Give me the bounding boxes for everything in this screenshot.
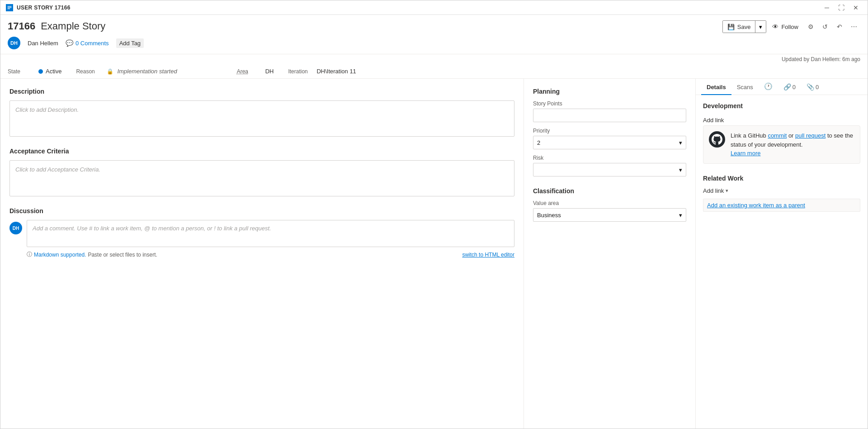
reason-field-group: Reason 🔒 Implementation started — [76, 68, 177, 75]
planning-section: Planning Story Points Priority 2 ▾ Risk … — [533, 88, 686, 176]
right-tabs: Details Scans 🕐 🔗 0 📎 0 — [696, 79, 868, 95]
undo-button[interactable]: ↶ — [833, 20, 846, 33]
related-add-link-button[interactable]: Add link ▾ — [703, 187, 860, 194]
header-meta: DH Dan Hellem 💬 0 Comments Add Tag — [8, 37, 144, 49]
comments-count: 0 Comments — [75, 40, 109, 47]
state-badge: Active — [38, 68, 61, 75]
tab-attachments[interactable]: 📎 0 — [801, 80, 824, 95]
svg-rect-3 — [8, 8, 10, 9]
tab-scans[interactable]: Scans — [731, 80, 759, 95]
state-field-group: State Active — [8, 68, 61, 75]
state-row: State Active Reason 🔒 Implementation sta… — [0, 64, 868, 79]
classification-title: Classification — [533, 187, 686, 195]
header: 17166 Example Story DH Dan Hellem 💬 0 Co… — [0, 15, 868, 54]
save-icon: 💾 — [727, 24, 735, 30]
add-link-label: Add link — [703, 117, 724, 124]
link-icon: 🔗 — [783, 83, 791, 91]
discussion-section: Discussion DH Add a comment. Use # to li… — [9, 207, 514, 258]
info-icon: ⓘ — [27, 251, 32, 258]
development-title: Development — [703, 102, 860, 110]
save-dropdown-button[interactable]: ▾ — [755, 21, 766, 33]
follow-button[interactable]: 👁 Follow — [768, 20, 802, 33]
markdown-link[interactable]: Markdown supported. — [34, 252, 86, 258]
related-work-section: Related Work Add link ▾ Add an existing … — [703, 175, 860, 212]
main-layout: Description Click to add Description. Ac… — [0, 79, 868, 429]
right-content: Development Add link Link a GitHub com — [696, 95, 868, 429]
value-area-value: Business — [537, 212, 561, 219]
iteration-value[interactable]: DH\Iteration 11 — [316, 68, 356, 75]
github-text-prefix: Link a GitHub — [731, 132, 768, 139]
author-avatar: DH — [8, 37, 20, 49]
tab-links[interactable]: 🔗 0 — [778, 80, 801, 95]
github-icon — [709, 131, 725, 158]
right-panel: Details Scans 🕐 🔗 0 📎 0 D — [696, 79, 868, 429]
more-actions-button[interactable]: ⋯ — [848, 20, 860, 33]
comment-footer: ⓘ Markdown supported. Paste or select fi… — [27, 251, 514, 258]
or-text: or — [787, 132, 795, 139]
description-input[interactable]: Click to add Description. — [9, 100, 514, 137]
area-label: Area — [237, 68, 262, 75]
comment-input-area: DH Add a comment. Use # to link a work i… — [9, 220, 514, 247]
comments-link[interactable]: 💬 0 Comments — [66, 39, 109, 47]
classification-section: Classification Value area Business ▾ — [533, 187, 686, 222]
acceptance-criteria-placeholder: Click to add Acceptance Criteria. — [15, 166, 100, 173]
maximize-button[interactable]: ⛶ — [835, 1, 848, 14]
reason-label: Reason — [76, 68, 103, 75]
add-link-chevron-icon: ▾ — [726, 188, 728, 194]
story-points-input[interactable] — [533, 109, 686, 122]
description-section: Description Click to add Description. — [9, 88, 514, 137]
description-placeholder: Click to add Description. — [15, 106, 79, 113]
updated-text: Updated by Dan Hellem: 6m ago — [782, 56, 860, 62]
story-title-row: 17166 Example Story — [8, 20, 144, 32]
save-button[interactable]: 💾 Save — [723, 21, 755, 33]
priority-select[interactable]: 2 ▾ — [533, 136, 686, 149]
value-area-label: Value area — [533, 200, 686, 206]
tab-details[interactable]: Details — [701, 80, 731, 95]
risk-select[interactable]: ▾ — [533, 163, 686, 176]
story-name[interactable]: Example Story — [41, 20, 105, 32]
risk-label: Risk — [533, 155, 686, 161]
user-story-icon — [6, 4, 13, 11]
reason-value: Implementation started — [117, 68, 177, 75]
svg-rect-2 — [8, 7, 12, 8]
related-add-link-label: Add link — [703, 187, 724, 194]
switch-editor-link[interactable]: switch to HTML editor — [462, 252, 514, 258]
tab-history[interactable]: 🕐 — [759, 79, 778, 95]
dev-add-link-button[interactable]: Add link — [703, 115, 860, 125]
planning-title: Planning — [533, 88, 686, 95]
author-initials: DH — [10, 40, 18, 46]
state-label: State — [8, 68, 35, 75]
github-card: Link a GitHub commit or pull request to … — [703, 125, 860, 164]
comment-avatar: DH — [9, 222, 22, 234]
risk-chevron: ▾ — [679, 167, 682, 173]
area-value[interactable]: DH — [265, 68, 274, 75]
github-text: Link a GitHub commit or pull request to … — [731, 131, 854, 158]
close-button[interactable]: ✕ — [849, 1, 862, 14]
follow-icon: 👁 — [772, 23, 778, 30]
add-existing-parent-link[interactable]: Add an existing work item as a parent — [703, 199, 860, 212]
save-label: Save — [737, 24, 751, 30]
acceptance-criteria-title: Acceptance Criteria — [9, 148, 514, 155]
priority-label: Priority — [533, 128, 686, 134]
paste-note: Paste or select files to insert. — [88, 252, 157, 258]
settings-button[interactable]: ⚙ — [804, 20, 817, 33]
add-tag-button[interactable]: Add Tag — [116, 38, 144, 48]
state-dot — [38, 69, 43, 74]
toolbar: 💾 Save ▾ 👁 Follow ⚙ ↺ ↶ ⋯ — [722, 20, 860, 37]
comment-icon: 💬 — [66, 39, 73, 47]
commit-link[interactable]: commit — [768, 132, 787, 139]
minimize-button[interactable]: ─ — [821, 1, 833, 14]
state-value[interactable]: Active — [46, 68, 61, 75]
attachment-icon: 📎 — [807, 83, 814, 91]
description-title: Description — [9, 88, 514, 95]
comment-placeholder: Add a comment. Use # to link a work item… — [33, 225, 271, 232]
value-area-select[interactable]: Business ▾ — [533, 208, 686, 222]
learn-more-link[interactable]: Learn more — [731, 150, 760, 157]
pull-request-link[interactable]: pull request — [795, 132, 826, 139]
tab-scans-label: Scans — [737, 84, 753, 91]
attachments-count: 0 — [816, 84, 819, 91]
acceptance-criteria-input[interactable]: Click to add Acceptance Criteria. — [9, 160, 514, 196]
comment-input[interactable]: Add a comment. Use # to link a work item… — [27, 220, 514, 247]
refresh-button[interactable]: ↺ — [819, 20, 831, 33]
related-work-title: Related Work — [703, 175, 860, 182]
